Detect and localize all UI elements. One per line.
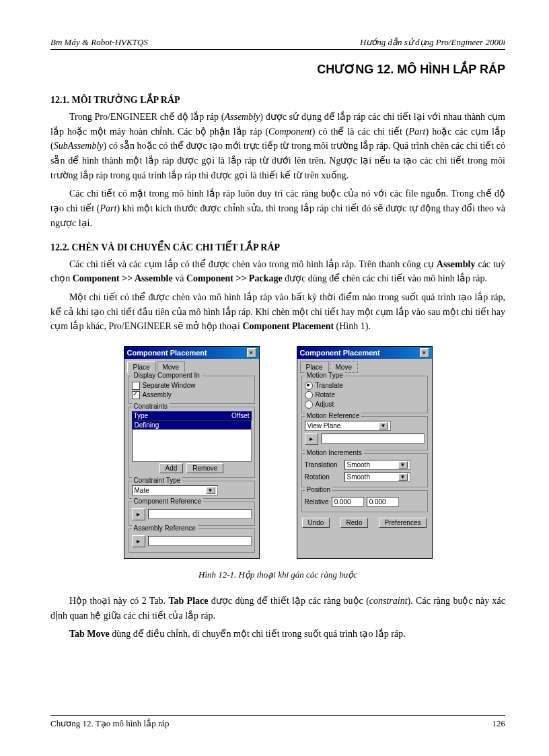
motion-ref-dropdown[interactable]: View Plane ▼ xyxy=(305,421,391,431)
component-ref-field[interactable] xyxy=(148,509,252,519)
pick-icon[interactable]: ▸ xyxy=(305,433,318,445)
translation-dropdown[interactable]: Smooth ▼ xyxy=(344,460,410,470)
constraints-list[interactable]: Defining xyxy=(132,420,252,462)
titlebar-left: Component Placement × xyxy=(124,347,259,359)
paragraph-3: Các chi tiết và các cụm lắp có thể được … xyxy=(50,257,505,286)
remove-button[interactable]: Remove xyxy=(186,463,223,473)
close-icon[interactable]: × xyxy=(247,348,256,357)
chevron-down-icon: ▼ xyxy=(379,422,388,429)
pick-icon[interactable]: ▸ xyxy=(132,535,145,547)
checkbox-separate-window[interactable] xyxy=(132,382,140,390)
radio-rotate[interactable] xyxy=(305,391,313,399)
dialog-move: Component Placement × Place Move Motion … xyxy=(297,346,433,559)
position-x-field[interactable]: 0.000 xyxy=(332,497,364,507)
constraint-type-dropdown[interactable]: Mate ▼ xyxy=(132,485,218,495)
header-left: Bm Máy & Robot-HVKTQS xyxy=(50,37,148,48)
radio-adjust[interactable] xyxy=(305,401,313,409)
page-footer: Chương 12. Tạo mô hình lắp ráp 126 xyxy=(50,715,505,729)
group-position-label: Position xyxy=(305,486,333,493)
position-y-field[interactable]: 0.000 xyxy=(367,497,399,507)
dialog-title: Component Placement xyxy=(300,349,380,357)
paragraph-5: Hộp thoại này có 2 Tab. Tab Place được d… xyxy=(50,594,505,623)
checkbox-assembly[interactable] xyxy=(132,391,140,399)
rotation-label: Rotation xyxy=(305,473,342,481)
titlebar-right: Component Placement × xyxy=(297,347,432,359)
pick-icon[interactable]: ▸ xyxy=(132,508,145,520)
dialog-title: Component Placement xyxy=(127,349,207,357)
preferences-button[interactable]: Preferences xyxy=(379,518,427,528)
assembly-ref-field[interactable] xyxy=(148,536,252,546)
chevron-down-icon: ▼ xyxy=(206,487,215,494)
group-component-ref-label: Component Reference xyxy=(132,497,204,505)
footer-left: Chương 12. Tạo mô hình lắp ráp xyxy=(50,718,170,729)
motion-ref-field[interactable] xyxy=(321,434,425,444)
close-icon[interactable]: × xyxy=(420,348,429,357)
group-display-label: Display Component In xyxy=(132,372,202,379)
paragraph-2: Các chi tiết có mặt trong mô hình lắp rá… xyxy=(50,186,505,230)
constraints-list-header: Type Offset xyxy=(132,411,252,420)
section-12-1-heading: 12.1. MÔI TRƯỜNG LẮP RÁP xyxy=(50,94,505,106)
redo-button[interactable]: Redo xyxy=(340,518,369,528)
group-motion-ref-label: Motion Reference xyxy=(305,412,362,419)
figure-caption: Hình 12-1. Hộp thoại khi gán các ràng bu… xyxy=(50,570,505,580)
group-motion-type-label: Motion Type xyxy=(305,372,345,379)
paragraph-6: Tab Move dùng để điều chỉnh, di chuyển m… xyxy=(50,627,505,642)
page-number: 126 xyxy=(492,718,506,729)
dialogs-figure: Component Placement × Place Move Display… xyxy=(50,346,505,559)
paragraph-4: Một chi tiết có thể được chèn vào mô hìn… xyxy=(50,290,505,334)
list-item[interactable]: Defining xyxy=(133,421,251,429)
translation-label: Translation xyxy=(305,461,342,469)
chapter-title: CHƯƠNG 12. MÔ HÌNH LẮP RÁP xyxy=(50,62,505,77)
radio-translate[interactable] xyxy=(305,382,313,390)
add-button[interactable]: Add xyxy=(159,463,184,473)
group-constraints-label: Constraints xyxy=(132,403,170,410)
dialog-place: Component Placement × Place Move Display… xyxy=(124,346,260,559)
undo-button[interactable]: Undo xyxy=(302,518,330,528)
group-assembly-ref-label: Assembly Reference xyxy=(132,524,198,532)
section-12-2-heading: 12.2. CHÈN VÀ DI CHUYỂN CÁC CHI TIẾT LẮP… xyxy=(50,242,505,253)
chevron-down-icon: ▼ xyxy=(398,473,408,481)
group-motion-increments-label: Motion Increments xyxy=(305,449,364,456)
page-header: Bm Máy & Robot-HVKTQS Hướng dẫn sử dụng … xyxy=(50,37,505,50)
rotation-dropdown[interactable]: Smooth ▼ xyxy=(344,472,410,482)
paragraph-1: Trong Pro/ENGINEER chế độ lắp ráp (Assem… xyxy=(50,110,505,182)
relative-label: Relative xyxy=(305,498,329,506)
chevron-down-icon: ▼ xyxy=(398,461,408,469)
group-constraint-type-label: Constraint Type xyxy=(132,477,183,484)
header-right: Hướng dẫn sử dụng Pro/Engineer 2000i xyxy=(360,37,505,48)
